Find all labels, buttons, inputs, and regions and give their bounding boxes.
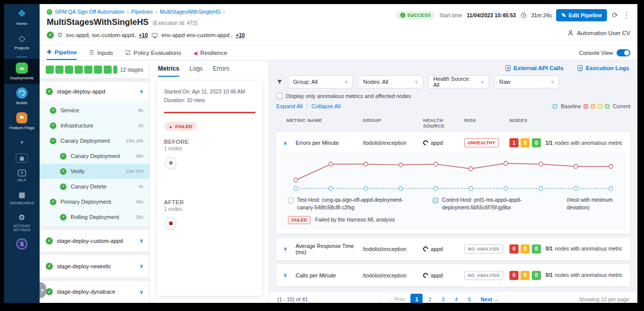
step-infrastructure[interactable]: Infrastructure2s — [40, 118, 149, 133]
metric-chart[interactable] — [288, 158, 619, 195]
chevron-down-icon[interactable]: ∨ — [140, 263, 143, 269]
page-button-5[interactable]: 5 — [463, 294, 475, 303]
breadcrumb-pipeline[interactable]: MultiStagesWithSingleHS — [160, 9, 221, 15]
current-user: Automation User CV — [567, 29, 630, 36]
breadcrumb-project[interactable]: SRM QA Sign Off Automation — [55, 9, 124, 15]
gear-icon — [18, 213, 25, 222]
refresh-icon[interactable]: ⟳ — [611, 11, 618, 20]
pipeline-icon — [47, 49, 51, 55]
environments-list: env-appd env-custom-appd , — [162, 32, 233, 38]
chevron-down-icon[interactable]: ∨ — [140, 238, 143, 243]
sidebar-divider — [16, 56, 27, 57]
chevron-down-icon[interactable]: ∨ — [283, 272, 296, 278]
warning-icon — [169, 123, 173, 129]
control-host-legend[interactable]: Control Host: prd1-ms-appd-appd-deployme… — [433, 197, 550, 212]
chevron-up-icon[interactable]: ∧ — [283, 140, 296, 146]
stage-deploy-newrelic[interactable]: stage-deploy-newrelic ∨ — [40, 255, 149, 277]
tab-resilience[interactable]: Resilience — [194, 45, 228, 60]
page-button-2[interactable]: 2 — [424, 294, 436, 303]
sidebar-item-label: HELP — [17, 178, 26, 183]
group-filter-dropdown[interactable]: Group: All∨ — [288, 75, 353, 88]
anomalous-only-checkbox[interactable]: Display only anomalous metrics and affec… — [276, 93, 630, 99]
step-canary-delete[interactable]: Canary Delete4s — [40, 179, 149, 194]
sidebar-item-feature-flags[interactable]: Feature Flags — [4, 109, 40, 134]
min-deviation-note: (Host with minimum deviation) — [567, 197, 619, 212]
expand-all-link[interactable]: Expand All — [276, 103, 303, 109]
tab-policy-evaluations[interactable]: Policy Evaluations — [125, 45, 181, 60]
chevron-up-icon[interactable]: ∧ — [140, 88, 143, 94]
success-check-icon — [47, 32, 54, 39]
metric-chart-panel: Test Host: cvng-qa-sign-off-appd-deploym… — [281, 153, 625, 229]
test-host-legend[interactable]: Test Host: cvng-qa-sign-off-appd-deploym… — [288, 197, 415, 212]
risk-badge: UNHEALTHY — [464, 138, 499, 147]
current-green-swatch — [605, 104, 609, 109]
page-button-1[interactable]: 1 — [410, 294, 423, 303]
tab-pipeline[interactable]: Pipeline — [47, 45, 77, 60]
healthy-node-count: 0 — [532, 138, 541, 147]
sidebar-item-projects[interactable]: Projects — [4, 29, 40, 54]
metrics-table-header: METRIC NAME GROUP HEALTH SOURCE RISK NOD… — [276, 113, 630, 132]
console-view-toggle[interactable] — [617, 49, 630, 56]
grid-icon — [16, 153, 28, 163]
harness-app-window: Home Projects Deployments Builds Feature… — [4, 4, 637, 303]
step-service[interactable]: Service8s — [40, 103, 149, 118]
chevron-down-icon[interactable]: ∨ — [283, 246, 296, 252]
warning-node-count: 0 — [521, 271, 530, 280]
filter-icon — [276, 79, 283, 85]
next-page-button[interactable]: Next → — [476, 296, 503, 302]
sidebar-item-deployments[interactable]: Deployments — [4, 59, 40, 84]
collapse-all-link[interactable]: Collapse All — [311, 103, 340, 109]
step-primary-deployment[interactable]: Primary Deployment26s — [40, 194, 149, 209]
step-canary-deployment-group[interactable]: Canary Deployment13m 18s — [40, 133, 149, 148]
services-more-link[interactable]: +10 — [139, 32, 148, 38]
tab-metrics[interactable]: Metrics — [158, 65, 179, 77]
resilience-icon — [194, 50, 198, 56]
stage-deploy-custom-appd[interactable]: stage-deploy-custom-appd ∨ — [40, 230, 149, 252]
external-api-calls-link[interactable]: External API Calls — [505, 65, 563, 71]
breadcrumb-pipelines[interactable]: Pipelines — [131, 9, 153, 15]
raw-filter-dropdown[interactable]: Raw∨ — [494, 75, 559, 88]
verification-progress-bar — [164, 112, 255, 113]
sidebar-module-picker[interactable] — [4, 150, 40, 166]
before-nodes-group: BEFORE 1 nodes — [164, 139, 255, 170]
sidebar-modules-expander[interactable] — [4, 134, 40, 150]
user-avatar[interactable]: S — [16, 238, 27, 250]
tab-errors[interactable]: Errors — [213, 65, 230, 77]
stage-deploy-dynatrace[interactable]: stage-deploy-dynatrace ∨ — [40, 281, 149, 303]
step-rolling-deployment[interactable]: Rolling Deployment25s — [40, 209, 149, 225]
table-row-errors-per-minute: ∧ Errors per Minute /todolist/exception … — [276, 132, 630, 234]
prev-page-button[interactable]: ← Prev — [383, 296, 409, 302]
environments-more-link[interactable]: +10 — [236, 32, 245, 38]
step-success-icon — [50, 107, 56, 114]
edit-pipeline-button[interactable]: Edit Pipeline — [556, 9, 607, 21]
step-success-icon — [60, 168, 67, 175]
stage-success-icon — [46, 263, 53, 270]
tab-logs[interactable]: Logs — [189, 65, 203, 77]
chart-legend-key: Baseline Current — [553, 104, 630, 109]
help-icon — [18, 170, 26, 176]
metric-name: Errors per Minute — [296, 140, 363, 146]
chevron-down-icon[interactable]: ∨ — [140, 289, 143, 295]
sidebar-item-account-settings[interactable]: ACCOUNT SETTINGS — [4, 209, 40, 237]
step-success-icon — [60, 153, 67, 160]
page-button-4[interactable]: 4 — [450, 294, 462, 303]
nodes-filter-dropdown[interactable]: Nodes: All∨ — [358, 75, 423, 88]
after-node-hexagon[interactable] — [164, 217, 177, 230]
sidebar-item-help[interactable]: HELP — [4, 166, 40, 186]
chevron-down-icon: ∨ — [551, 79, 554, 84]
tab-inputs[interactable]: Inputs — [89, 45, 113, 60]
step-canary-deployment[interactable]: Canary Deployment25s — [40, 148, 149, 164]
stage-deploy-appd[interactable]: stage-deploy-appd ∧ — [40, 82, 149, 101]
health-source-filter-dropdown[interactable]: Health Source: All∨ — [428, 75, 489, 88]
page-button-3[interactable]: 3 — [437, 294, 449, 303]
started-on: Started On: Apr 11, 2023 10:46 AM — [164, 88, 255, 97]
execution-logs-link[interactable]: Execution Logs — [577, 65, 629, 71]
before-node-hexagon[interactable] — [164, 157, 177, 170]
sidebar-item-home[interactable]: Home — [4, 4, 40, 29]
more-menu-icon[interactable]: ⋮ — [623, 11, 630, 20]
sidebar-item-builds[interactable]: Builds — [4, 84, 40, 109]
sidebar-item-dashboards[interactable]: DASHBOARDS — [4, 186, 40, 209]
chevron-down-icon: ∨ — [344, 79, 348, 84]
metric-group: /todolist/exception — [363, 272, 423, 278]
step-verify[interactable]: Verify12m 47s — [40, 164, 149, 179]
